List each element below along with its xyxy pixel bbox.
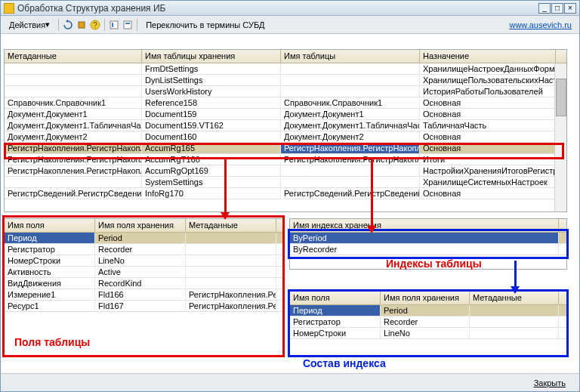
window-title: Обработка Структура хранения ИБ	[17, 3, 538, 14]
table-cell: Active	[95, 267, 186, 277]
table-cell	[186, 278, 276, 289]
column-header[interactable]: Имя поля хранения	[381, 292, 470, 304]
actions-menu[interactable]: Действия ▾	[4, 17, 55, 32]
table-cell	[186, 267, 276, 277]
table-row[interactable]: UsersWorkHistoryИсторияРаботыПользовател…	[5, 86, 566, 97]
table-cell: Регистратор	[290, 316, 381, 327]
table-cell: AccumRgT168	[142, 154, 281, 165]
column-header[interactable]: Метаданные	[186, 219, 276, 232]
column-header[interactable]: Имя поля	[290, 292, 381, 304]
table-cell: FrmDtSettings	[142, 63, 281, 74]
footer: Закрыть	[1, 373, 579, 391]
column-header[interactable]: Назначение	[420, 50, 556, 63]
table-row[interactable]: ByRecorder	[290, 244, 566, 255]
table-cell: Документ.Документ2	[281, 131, 420, 142]
table-row[interactable]: DynListSettingsХранилищеПользовательских…	[5, 75, 566, 86]
maximize-button[interactable]: □	[551, 3, 563, 14]
table-row[interactable]: ПериодPeriod	[5, 233, 282, 244]
table-row[interactable]: Документ.Документ1Document159Документ.До…	[5, 109, 566, 120]
table-row[interactable]: SystemSettingsХранилищеСистемныхНастроек	[5, 177, 566, 188]
table-cell: РегистрНакопления.РегистрНакопления1	[281, 143, 420, 153]
table-row[interactable]: НомерСтрокиLineNo	[290, 328, 566, 339]
separator	[104, 19, 105, 31]
table-cell: ByRecorder	[290, 244, 559, 255]
table-row[interactable]: ВидДвиженияRecordKind	[5, 278, 282, 289]
annotation-label-index-comp: Состав индекса	[303, 357, 386, 369]
table-row[interactable]: Ресурс1Fld167РегистрНакопления.Реги...	[5, 301, 282, 312]
toolbar: Действия ▾ ? Переключить в термины СУБД …	[1, 16, 579, 34]
close-form-button[interactable]: Закрыть	[526, 377, 573, 389]
table-cell: AccumRgOpt169	[142, 165, 281, 176]
table-row[interactable]: Справочник.Справочник1Reference158Справо…	[5, 97, 566, 109]
scrollbar-v[interactable]	[554, 63, 566, 211]
table-cell: UsersWorkHistory	[142, 86, 281, 97]
table-cell: РегистрНакопления.РегистрНакопления1	[281, 154, 420, 165]
website-link[interactable]: www.ausevich.ru	[509, 20, 572, 29]
table-cell: Основная	[420, 97, 556, 108]
column-header[interactable]: Имя поля	[5, 219, 95, 232]
minimize-button[interactable]: _	[538, 3, 551, 14]
table-cell: Document160	[142, 131, 281, 142]
table-row[interactable]: Документ.Документ1.ТабличнаяЧасть...Docu…	[5, 120, 566, 131]
table-cell	[5, 177, 142, 187]
table-row[interactable]: РегистрНакопления.РегистрНакопления1Accu…	[5, 143, 566, 154]
table-row[interactable]: РегистрНакопления.РегистрНакопления1Accu…	[5, 154, 566, 165]
table-cell: Period	[381, 305, 470, 316]
table-row[interactable]: РегистраторRecorder	[290, 316, 566, 328]
table-row[interactable]: РегистраторRecorder	[5, 244, 282, 255]
table-cell: РегистрСведений.РегистрСведений1	[281, 188, 420, 199]
table-cell: ХранилищеНастроекДанныхФорм	[420, 63, 556, 74]
column-header[interactable]: Имя таблицы хранения	[142, 50, 281, 63]
column-header[interactable]: Имя таблицы	[281, 50, 420, 63]
switch-terms-button[interactable]: Переключить в термины СУБД	[140, 17, 270, 32]
table-cell: Ресурс1	[5, 301, 95, 311]
table-cell	[281, 63, 420, 74]
table-cell: НомерСтроки	[5, 255, 95, 266]
table-row[interactable]: РегистрНакопления.РегистрНакопления1Accu…	[5, 165, 566, 177]
separator	[137, 19, 137, 31]
table-row[interactable]: Измерение1Fld166РегистрНакопления.Реги..…	[5, 289, 282, 301]
table-row[interactable]: Документ.Документ2Document160Документ.До…	[5, 131, 566, 143]
separator	[58, 19, 59, 31]
table-cell: Период	[5, 233, 95, 243]
column-header[interactable]: Метаданные	[5, 50, 142, 63]
grid-header: Имя индекса хранения	[290, 219, 566, 233]
fields-table[interactable]: Имя поляИмя поля храненияМетаданныеПерио…	[4, 218, 283, 356]
table-cell: НастройкиХраненияИтоговРегистраНа...	[420, 165, 556, 176]
table-cell: Основная	[420, 109, 556, 119]
settings-icon[interactable]	[76, 19, 88, 31]
table-cell: РегистрНакопления.РегистрНакопления1	[5, 143, 142, 153]
table-row[interactable]: FrmDtSettingsХранилищеНастроекДанныхФорм	[5, 63, 566, 75]
tool-icon-2[interactable]	[122, 19, 134, 31]
table-row[interactable]: НомерСтрокиLineNo	[5, 255, 282, 267]
table-row[interactable]: ПериодPeriod	[290, 305, 566, 316]
table-cell: ХранилищеПользовательскихНастроек...	[420, 75, 556, 85]
table-cell: РегистрСведений.РегистрСведений1	[5, 188, 142, 199]
close-button[interactable]: ×	[564, 3, 576, 14]
table-cell	[470, 305, 559, 316]
main-table[interactable]: МетаданныеИмя таблицы храненияИмя таблиц…	[4, 49, 567, 212]
table-cell: Recorder	[95, 244, 186, 255]
table-cell: Основная	[420, 143, 556, 153]
table-cell: Документ.Документ1.ТабличнаяЧасть...	[5, 120, 142, 131]
column-header[interactable]: Имя поля хранения	[95, 219, 186, 232]
titlebar: Обработка Структура хранения ИБ _ □ ×	[1, 1, 579, 16]
index-fields-table[interactable]: Имя поляИмя поля храненияМетаданныеПерио…	[289, 291, 567, 356]
help-icon[interactable]: ?	[89, 19, 101, 31]
table-row[interactable]: АктивностьActive	[5, 267, 282, 278]
table-cell: ВидДвижения	[5, 278, 95, 289]
table-cell: Document159	[142, 109, 281, 119]
table-cell: Документ.Документ1.ТабличнаяЧасть1	[281, 120, 420, 131]
table-cell: Основная	[420, 188, 556, 199]
table-row[interactable]: ByPeriod	[290, 233, 566, 244]
tool-icon-1[interactable]	[108, 19, 120, 31]
table-cell: InfoRg170	[142, 188, 281, 199]
table-cell: Fld167	[95, 301, 186, 311]
table-row[interactable]: РегистрСведений.РегистрСведений1InfoRg17…	[5, 188, 566, 199]
table-cell: Измерение1	[5, 289, 95, 300]
svg-rect-5	[124, 21, 131, 29]
table-cell	[470, 328, 559, 338]
table-cell: Справочник.Справочник1	[5, 97, 142, 108]
refresh-icon[interactable]	[62, 19, 74, 31]
column-header[interactable]: Имя индекса хранения	[290, 219, 559, 232]
